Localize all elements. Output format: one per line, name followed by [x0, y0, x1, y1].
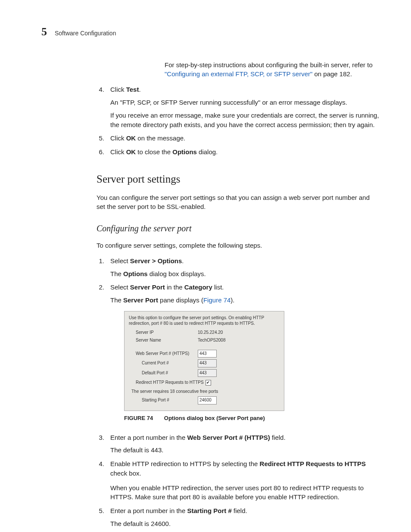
ui-label: Category — [184, 283, 212, 291]
intro-paragraph: For step-by-step instructions about conf… — [165, 60, 380, 78]
redirect-checkbox[interactable]: ✔ — [206, 380, 211, 386]
section-heading: Server port settings — [97, 171, 380, 187]
step-line: Enable HTTP redirection to HTTPS by sele… — [110, 459, 380, 478]
web-port-input[interactable]: 443 — [198, 350, 217, 358]
step-number: 4. — [97, 85, 104, 129]
step-4b: 4. Enable HTTP redirection to HTTPS by s… — [97, 459, 380, 502]
step-line: Enter a port number in the Starting Port… — [110, 506, 380, 516]
step-number: 5. — [97, 134, 104, 143]
default-port-label: Default Port # — [129, 370, 168, 376]
step-line: Click OK to close the Options dialog. — [110, 147, 380, 157]
server-ip-value: 10.25.224.20 — [198, 330, 223, 336]
current-port-value: 443 — [198, 359, 217, 367]
text: in the — [165, 283, 184, 291]
ui-label: Starting Port # — [187, 507, 231, 514]
server-ip-label: Server IP — [129, 330, 154, 336]
ui-label: OK — [126, 134, 136, 142]
web-port-row: Web Server Port # (HTTPS) 443 — [129, 350, 280, 358]
figure-title: Options dialog box (Server Port pane) — [164, 415, 265, 421]
server-name-value: TechOPS2008 — [198, 337, 226, 344]
server-name-label: Server Name — [129, 337, 161, 344]
text: Enable HTTP redirection to HTTPS by sele… — [110, 460, 260, 467]
running-header: 5 Software Configuration — [41, 24, 380, 40]
step-1: 1. Select Server > Options. The Options … — [97, 256, 380, 279]
step-5: 5. Click OK on the message. — [97, 134, 380, 143]
text: dialog box displays. — [148, 270, 206, 277]
current-port-row: Current Port # 443 — [129, 359, 280, 367]
step-number: 5. — [97, 506, 104, 529]
step-5b: 5. Enter a port number in the Starting P… — [97, 506, 380, 529]
text: Enter a port number in the — [110, 507, 187, 514]
intro-tail: on page 182. — [312, 70, 352, 78]
step-line: Select Server > Options. — [110, 256, 380, 266]
ui-label: OK — [126, 148, 136, 156]
intro-lead: For step-by-step instructions about conf… — [165, 61, 373, 68]
figure-caption: FIGURE 74 Options dialog box (Server Por… — [124, 414, 380, 423]
redirect-row: Redirect HTTP Requests to HTTPS ✔ — [129, 380, 280, 386]
step-3: 3. Enter a port number in the Web Server… — [97, 433, 380, 455]
ui-label: Web Server Port # (HTTPS) — [187, 434, 270, 441]
step-6: 6. Click OK to close the Options dialog. — [97, 147, 380, 157]
ui-label: Server > Options — [130, 257, 182, 264]
text: check box. — [110, 470, 141, 477]
step-note: If you receive an error message, make su… — [110, 111, 380, 130]
text: ). — [230, 296, 234, 304]
server-port-pane: Use this option to configure the server … — [124, 311, 284, 411]
subsection-heading: Configuring the server port — [97, 222, 380, 234]
text: The — [110, 270, 123, 277]
figure-number: FIGURE 74 — [124, 415, 153, 421]
pane-hint: Use this option to configure the server … — [129, 315, 280, 326]
step-note: An "FTP, SCP, or SFTP Server running suc… — [110, 98, 380, 107]
text: Enter a port number in the — [110, 434, 187, 441]
chapter-number: 5 — [41, 24, 47, 40]
step-number: 3. — [97, 433, 104, 455]
text: Select — [110, 257, 130, 264]
ui-label: Test — [126, 86, 139, 93]
web-port-label: Web Server Port # (HTTPS) — [129, 351, 189, 357]
step-4: 4. Click Test. An "FTP, SCP, or SFTP Ser… — [97, 85, 380, 129]
step-note: The default is 24600. — [110, 519, 380, 529]
text: Click — [110, 86, 126, 93]
starting-port-input[interactable]: 24600 — [198, 396, 217, 404]
server-ip-row: Server IP 10.25.224.20 — [129, 330, 280, 336]
step-note: The default is 443. — [110, 445, 380, 455]
section-intro: You can configure the server port settin… — [97, 193, 380, 211]
text: Click — [110, 148, 126, 156]
text: Select — [110, 283, 130, 291]
starting-port-label: Starting Port # — [129, 397, 169, 404]
figure-xref[interactable]: Figure 74 — [203, 296, 230, 304]
step-line: Click OK on the message. — [110, 134, 380, 143]
text: Click — [110, 134, 126, 142]
step-result: The Options dialog box displays. — [110, 269, 380, 279]
text: dialog. — [197, 148, 218, 156]
xref-link[interactable]: "Configuring an external FTP, SCP, or SF… — [165, 70, 312, 78]
default-port-row: Default Port # 443 — [129, 369, 280, 377]
text: field. — [270, 434, 286, 441]
text: The — [110, 296, 123, 304]
step-number: 1. — [97, 256, 104, 279]
default-port-value: 443 — [198, 369, 217, 377]
text: . — [182, 257, 184, 264]
text: list. — [212, 283, 224, 291]
ui-label: Server Port — [130, 283, 165, 291]
step-number: 4. — [97, 459, 104, 502]
step-note: When you enable HTTP redirection, the se… — [110, 483, 380, 502]
redirect-label: Redirect HTTP Requests to HTTPS — [129, 380, 204, 386]
procedure-list: 1. Select Server > Options. The Options … — [97, 256, 380, 529]
step-line: Enter a port number in the Web Server Po… — [110, 433, 380, 442]
step-line: Select Server Port in the Category list. — [110, 283, 380, 292]
server-name-row: Server Name TechOPS2008 — [129, 337, 280, 344]
step-line: Click Test. — [110, 85, 380, 94]
chapter-title: Software Configuration — [55, 29, 116, 38]
step-result: The Server Port pane displays (Figure 74… — [110, 296, 380, 305]
step-2: 2. Select Server Port in the Category li… — [97, 283, 380, 428]
ui-label: Redirect HTTP Requests to HTTPS — [260, 460, 366, 467]
procedure-list-continued: 4. Click Test. An "FTP, SCP, or SFTP Ser… — [97, 85, 380, 157]
text: field. — [232, 507, 247, 514]
text: to close the — [136, 148, 172, 156]
subsection-intro: To configure server settings, complete t… — [97, 241, 380, 250]
step-number: 2. — [97, 283, 104, 428]
step-number: 6. — [97, 147, 104, 157]
text: on the message. — [136, 134, 185, 142]
starting-port-row: Starting Port # 24600 — [129, 396, 280, 404]
